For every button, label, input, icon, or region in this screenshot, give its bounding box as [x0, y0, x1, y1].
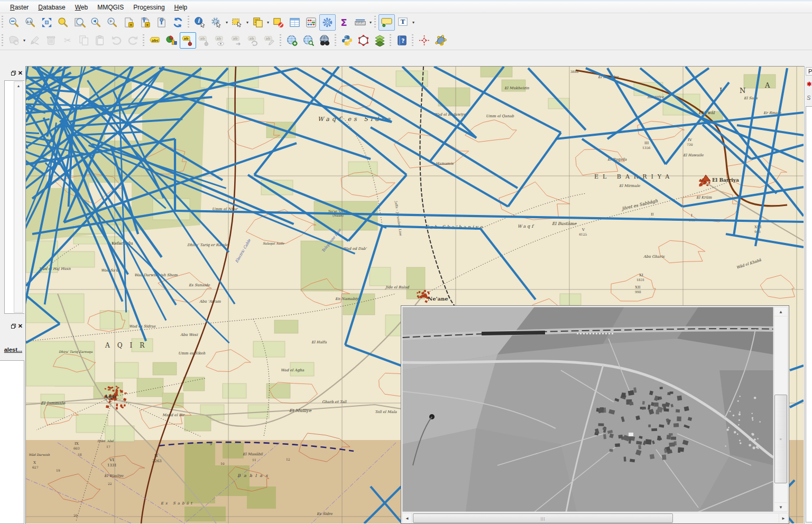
photo-horizontal-scrollbar[interactable]: ◄ ||| ► — [402, 513, 788, 523]
float-panel-icon[interactable] — [11, 71, 16, 76]
toggle-editing-button[interactable] — [26, 32, 43, 49]
zoom-last-button[interactable] — [88, 14, 104, 31]
move-label-button[interactable] — [229, 32, 245, 49]
zoom-to-layer-button[interactable] — [71, 14, 88, 31]
aerial-photo-image — [402, 307, 773, 512]
toolbar-grip[interactable] — [390, 34, 391, 47]
photo-vertical-scrollbar[interactable]: ▲ ≡ ▼ — [774, 307, 788, 512]
layer-diagram-options-button[interactable] — [163, 32, 180, 49]
topology-checker-button[interactable] — [355, 32, 372, 49]
grass-tools-button[interactable] — [372, 32, 388, 49]
zoom-full-extent-button[interactable] — [39, 14, 55, 31]
select-features-button-dropdown-arrow[interactable]: ▾ — [245, 20, 250, 25]
open-attribute-table-button[interactable] — [287, 14, 303, 31]
select-by-expression-button[interactable] — [250, 14, 266, 31]
scrollbar-thumb[interactable]: ||| — [413, 513, 673, 523]
georeferencer-button[interactable] — [432, 32, 449, 49]
toolbar-grip[interactable] — [280, 34, 281, 47]
new-spatial-bookmark-button[interactable] — [137, 14, 153, 31]
svg-text:9: 9 — [210, 442, 212, 446]
metasearch-button[interactable] — [317, 32, 333, 49]
add-wms-layer-button[interactable] — [284, 32, 300, 49]
processing-toolbox-button[interactable] — [319, 14, 336, 31]
scroll-left-button[interactable]: ◄ — [402, 513, 412, 523]
text-annotation-button[interactable] — [395, 14, 411, 31]
identify-features-button[interactable] — [192, 14, 208, 31]
text-annotation-button-dropdown-arrow[interactable]: ▾ — [411, 20, 416, 25]
layer-labeling-options-button[interactable] — [147, 32, 163, 49]
rotate-label-button[interactable] — [245, 32, 262, 49]
delete-selected-button[interactable] — [43, 32, 59, 49]
close-panel-icon[interactable]: ✕ — [18, 71, 23, 76]
zoom-actual-size-button[interactable] — [22, 14, 39, 31]
svg-text:El Krüm: El Krüm — [696, 195, 712, 200]
scroll-up-icon[interactable]: ▲ — [14, 84, 23, 88]
toolbar-grip[interactable] — [2, 16, 3, 29]
raster-calculator-crosshair-button[interactable] — [416, 32, 432, 49]
run-feature-action-button[interactable] — [208, 14, 225, 31]
toolbar-grip[interactable] — [188, 16, 189, 29]
copy-features-button[interactable] — [76, 32, 92, 49]
close-panel2-icon[interactable]: ✕ — [18, 324, 23, 329]
menu-mmqgis[interactable]: MMQGIS — [93, 2, 128, 13]
svg-text:El Halfa: El Halfa — [311, 340, 327, 344]
scroll-right-button[interactable]: ► — [779, 513, 788, 523]
change-label-button[interactable] — [262, 32, 278, 49]
deselect-features-button[interactable] — [270, 14, 287, 31]
search-geodata-button[interactable] — [300, 32, 317, 49]
svg-text:11: 11 — [252, 458, 256, 462]
select-features-button[interactable] — [229, 14, 245, 31]
toolbar-grip[interactable] — [2, 34, 3, 47]
float-panel2-icon[interactable] — [11, 324, 16, 329]
scroll-down-button[interactable]: ▼ — [774, 502, 788, 512]
menu-processing[interactable]: Processing — [128, 2, 169, 13]
toolbar-grip[interactable] — [335, 34, 336, 47]
label-pin-icon — [182, 34, 194, 46]
left-panel-scrollbar[interactable]: ▲ — [14, 81, 23, 313]
highlight-pinned-labels-button[interactable] — [196, 32, 213, 49]
scroll-up-button[interactable]: ▲ — [774, 307, 788, 316]
svg-text:El Jammale: El Jammale — [41, 401, 66, 406]
run-feature-action-button-dropdown-arrow[interactable]: ▾ — [225, 20, 229, 25]
current-edits-button-dropdown-arrow[interactable]: ▾ — [22, 38, 26, 43]
help-contents-button[interactable] — [394, 32, 410, 49]
scrollbar-thumb[interactable]: ≡ — [774, 395, 787, 483]
svg-text:Waqf: Waqf — [518, 224, 534, 229]
zoom-next-button[interactable] — [104, 14, 121, 31]
paste-features-button[interactable] — [92, 32, 108, 49]
show-hide-labels-button[interactable] — [213, 32, 229, 49]
layer-item-label[interactable]: alest... — [0, 347, 22, 353]
pin-unpin-labels-button[interactable] — [180, 32, 196, 49]
toolbar-grip[interactable] — [412, 34, 413, 47]
python-icon — [341, 34, 353, 46]
menu-web[interactable]: Web — [70, 2, 93, 13]
cut-features-button[interactable] — [59, 32, 76, 49]
python-console-button[interactable] — [339, 32, 355, 49]
measure-button-dropdown-arrow[interactable]: ▾ — [368, 20, 373, 25]
menu-help[interactable]: Help — [170, 2, 192, 13]
svg-text:Wad el Agha: Wad el Agha — [281, 368, 304, 372]
select-by-expression-button-dropdown-arrow[interactable]: ▾ — [266, 20, 270, 25]
toolbar-grip[interactable] — [374, 16, 376, 29]
undo-button[interactable] — [108, 32, 125, 49]
zoom-out-button[interactable] — [6, 14, 22, 31]
show-bookmarks-button[interactable] — [153, 14, 170, 31]
measure-button[interactable] — [352, 14, 368, 31]
redo-button[interactable] — [125, 32, 141, 49]
toolbar-grip[interactable] — [143, 34, 144, 47]
field-calculator-button[interactable] — [303, 14, 319, 31]
label-abc-icon — [149, 34, 161, 46]
zoom-to-selection-button[interactable] — [55, 14, 71, 31]
current-edits-button[interactable] — [6, 32, 22, 49]
grass-icon — [374, 34, 386, 46]
svg-text:1331: 1331 — [107, 463, 117, 467]
statistical-summary-button[interactable] — [336, 14, 352, 31]
menu-database[interactable]: Database — [33, 2, 70, 13]
menu-raster[interactable]: Raster — [5, 2, 33, 13]
svg-text:Gharb et Tall: Gharb et Tall — [322, 400, 347, 404]
mag-11-icon — [24, 16, 36, 29]
map-tips-button[interactable] — [379, 14, 395, 31]
new-bookmark-button[interactable] — [121, 14, 137, 31]
refresh-button[interactable] — [170, 14, 186, 31]
right-panel-title[interactable]: P — [806, 67, 812, 76]
